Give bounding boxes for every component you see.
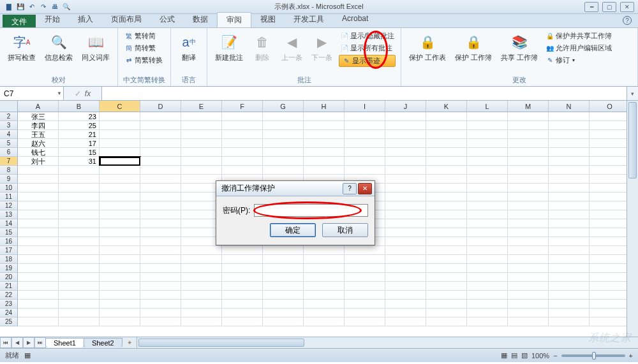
cell[interactable] bbox=[508, 291, 549, 300]
cell[interactable] bbox=[426, 175, 467, 184]
cell[interactable] bbox=[508, 219, 549, 228]
cell[interactable] bbox=[140, 121, 181, 130]
delete-comment-button[interactable]: 🗑删除 bbox=[249, 31, 275, 62]
cell[interactable]: 刘十 bbox=[18, 157, 59, 166]
cell[interactable]: 21 bbox=[59, 130, 100, 139]
cell[interactable] bbox=[140, 112, 181, 121]
cell[interactable] bbox=[345, 112, 385, 121]
expand-formula-bar[interactable]: ▾ bbox=[627, 87, 638, 100]
cell[interactable] bbox=[100, 112, 140, 121]
cell[interactable]: 李四 bbox=[18, 121, 59, 130]
cell[interactable] bbox=[508, 166, 549, 175]
cell[interactable] bbox=[222, 121, 263, 130]
cell[interactable] bbox=[181, 255, 222, 264]
cell[interactable] bbox=[426, 157, 467, 166]
cell[interactable] bbox=[304, 130, 345, 139]
fx-icon[interactable]: fx bbox=[85, 89, 91, 98]
row-header[interactable]: 10 bbox=[0, 184, 18, 193]
cell[interactable] bbox=[508, 148, 549, 157]
row-header[interactable]: 18 bbox=[0, 255, 18, 264]
cell[interactable] bbox=[508, 309, 549, 317]
cell[interactable] bbox=[590, 246, 630, 255]
cell[interactable] bbox=[18, 246, 59, 255]
cell[interactable] bbox=[508, 175, 549, 184]
dialog-close-button[interactable]: ✕ bbox=[358, 183, 372, 194]
cell[interactable] bbox=[59, 210, 100, 219]
cell[interactable] bbox=[140, 228, 181, 237]
col-header-N[interactable]: N bbox=[549, 101, 590, 112]
research-button[interactable]: 🔍信息检索 bbox=[42, 31, 75, 62]
col-header-C[interactable]: C bbox=[100, 101, 140, 112]
row-header[interactable]: 9 bbox=[0, 175, 18, 184]
cell[interactable] bbox=[140, 210, 181, 219]
cell[interactable] bbox=[59, 219, 100, 228]
tab-公式[interactable]: 公式 bbox=[151, 12, 184, 27]
row-header[interactable]: 2 bbox=[0, 112, 18, 121]
chevron-down-icon[interactable]: ▼ bbox=[57, 91, 62, 96]
view-normal-icon[interactable]: ▦ bbox=[501, 351, 507, 360]
cell[interactable] bbox=[467, 273, 508, 282]
cell[interactable] bbox=[426, 121, 467, 130]
tab-页面布局[interactable]: 页面布局 bbox=[102, 12, 151, 27]
cell[interactable] bbox=[549, 291, 590, 300]
cell[interactable] bbox=[263, 255, 304, 264]
cell[interactable] bbox=[59, 228, 100, 237]
vertical-scrollbar[interactable] bbox=[627, 101, 638, 337]
cell[interactable] bbox=[385, 130, 426, 139]
cell[interactable] bbox=[140, 166, 181, 175]
cell[interactable] bbox=[508, 121, 549, 130]
cell[interactable] bbox=[549, 317, 590, 326]
cell[interactable] bbox=[385, 219, 426, 228]
cell[interactable] bbox=[426, 228, 467, 237]
cell[interactable] bbox=[508, 300, 549, 309]
protect-share-button[interactable]: 🔒保护并共享工作簿 bbox=[544, 31, 613, 41]
row-header[interactable]: 19 bbox=[0, 264, 18, 273]
cell[interactable]: 23 bbox=[59, 112, 100, 121]
formula-input[interactable] bbox=[102, 87, 627, 100]
dialog-titlebar[interactable]: 撤消工作簿保护 ? ✕ bbox=[216, 181, 375, 196]
col-header-B[interactable]: B bbox=[59, 101, 100, 112]
cell[interactable] bbox=[100, 157, 140, 166]
cell[interactable] bbox=[18, 309, 59, 317]
cell[interactable] bbox=[549, 246, 590, 255]
cell[interactable] bbox=[426, 166, 467, 175]
cell[interactable] bbox=[590, 112, 630, 121]
cell[interactable] bbox=[426, 112, 467, 121]
trad-to-simp-button[interactable]: 簡简转繁 bbox=[123, 43, 164, 54]
cell[interactable] bbox=[181, 130, 222, 139]
cell[interactable] bbox=[385, 282, 426, 291]
cell[interactable] bbox=[385, 112, 426, 121]
cell[interactable] bbox=[549, 228, 590, 237]
sheet-nav-button[interactable]: ⏮ bbox=[0, 337, 11, 348]
cell[interactable] bbox=[304, 300, 345, 309]
cell[interactable] bbox=[304, 273, 345, 282]
cell[interactable] bbox=[590, 300, 630, 309]
cell[interactable] bbox=[59, 166, 100, 175]
cell[interactable] bbox=[181, 264, 222, 273]
cell[interactable] bbox=[385, 246, 426, 255]
cell[interactable] bbox=[181, 139, 222, 148]
prev-comment-button[interactable]: ◀上一条 bbox=[279, 31, 305, 62]
col-header-D[interactable]: D bbox=[140, 101, 181, 112]
select-all-corner[interactable] bbox=[0, 101, 18, 112]
cell[interactable] bbox=[467, 166, 508, 175]
showall-comments-button[interactable]: 📄显示所有批注 bbox=[339, 43, 396, 54]
cell[interactable] bbox=[263, 317, 304, 326]
row-header[interactable]: 21 bbox=[0, 282, 18, 291]
cell[interactable] bbox=[181, 112, 222, 121]
cell[interactable] bbox=[181, 246, 222, 255]
cell[interactable] bbox=[426, 282, 467, 291]
cell[interactable] bbox=[304, 121, 345, 130]
cell[interactable] bbox=[549, 309, 590, 317]
row-header[interactable]: 5 bbox=[0, 139, 18, 148]
simp-to-trad-button[interactable]: 繁繁转简 bbox=[123, 31, 164, 41]
sheet-tab-Sheet2[interactable]: Sheet2 bbox=[84, 338, 122, 347]
cell[interactable] bbox=[18, 228, 59, 237]
cell[interactable] bbox=[467, 237, 508, 246]
cell[interactable] bbox=[100, 193, 140, 201]
translate-button[interactable]: a中翻译 bbox=[176, 31, 202, 62]
cell[interactable] bbox=[18, 317, 59, 326]
cell[interactable] bbox=[304, 166, 345, 175]
cell[interactable] bbox=[263, 282, 304, 291]
cell[interactable] bbox=[590, 139, 630, 148]
